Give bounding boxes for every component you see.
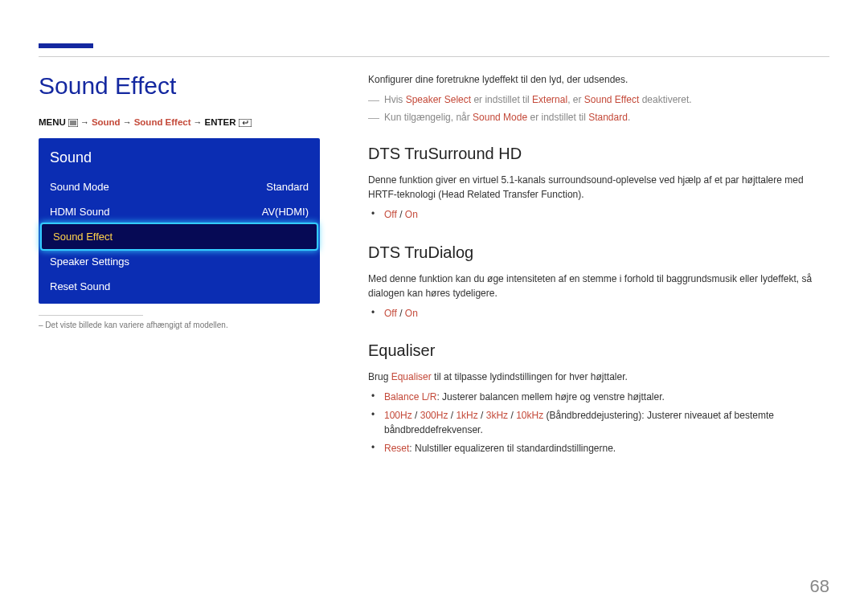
crumb-menu: MENU xyxy=(39,117,66,127)
trudialog-body: Med denne funktion kan du øge intensitet… xyxy=(368,272,829,301)
breadcrumb: MENU → Sound → Sound Effect → ENTER xyxy=(39,117,320,127)
menu-icon xyxy=(68,117,78,126)
trudialog-options: Off / On xyxy=(381,304,829,323)
section-heading-trudialog: DTS TruDialog xyxy=(368,240,829,265)
enter-icon xyxy=(239,117,252,126)
menu-item[interactable]: Reset Sound xyxy=(39,274,320,299)
crumb-sound-effect: Sound Effect xyxy=(134,117,191,127)
equaliser-reset: Reset: Nulstiller equalizeren til standa… xyxy=(381,439,829,458)
footnote: – Det viste billede kan variere afhængig… xyxy=(39,321,320,329)
menu-title: Sound xyxy=(39,145,320,174)
menu-item[interactable]: HDMI SoundAV(HDMI) xyxy=(39,199,320,224)
menu-item-label: Reset Sound xyxy=(50,280,110,292)
menu-item[interactable]: Speaker Settings xyxy=(39,249,320,274)
page-title: Sound Effect xyxy=(39,72,320,100)
trusurround-body: Denne funktion giver en virtuel 5.1-kana… xyxy=(368,173,829,202)
menu-item-label: Sound Mode xyxy=(50,181,109,193)
intro-text: Konfigurer dine foretrukne lydeffekt til… xyxy=(368,72,829,88)
footnote-rule xyxy=(39,315,143,316)
equaliser-balance: Balance L/R: Justerer balancen mellem hø… xyxy=(381,388,829,407)
menu-item-label: Sound Effect xyxy=(53,231,113,243)
arrow-icon: → xyxy=(80,117,89,127)
note-sound-mode: Kun tilgængelig, når Sound Mode er indst… xyxy=(368,110,829,125)
left-column: Sound Effect MENU → Sound → Sound Effect… xyxy=(39,72,320,591)
crumb-enter: ENTER xyxy=(205,117,236,127)
arrow-icon: → xyxy=(194,117,203,127)
arrow-icon: → xyxy=(123,117,132,127)
equaliser-bands: 100Hz / 300Hz / 1kHz / 3kHz / 10kHz (Bån… xyxy=(381,407,829,439)
menu-item[interactable]: Sound Effect xyxy=(42,224,317,249)
menu-item-value: AV(HDMI) xyxy=(262,206,309,218)
footnote-text: Det viste billede kan variere afhængigt … xyxy=(45,321,227,329)
menu-item-value: Standard xyxy=(266,181,309,193)
menu-item-label: Speaker Settings xyxy=(50,255,129,268)
sound-menu-panel: Sound Sound ModeStandardHDMI SoundAV(HDM… xyxy=(39,138,320,304)
note-speaker-select: Hvis Speaker Select er indstillet til Ex… xyxy=(368,92,829,108)
trusurround-options: Off / On xyxy=(381,206,829,224)
crumb-sound: Sound xyxy=(92,117,121,127)
menu-item[interactable]: Sound ModeStandard xyxy=(39,174,320,199)
right-column: Konfigurer dine foretrukne lydeffekt til… xyxy=(368,72,829,591)
section-heading-equaliser: Equaliser xyxy=(368,338,829,363)
section-heading-trusurround: DTS TruSurround HD xyxy=(368,141,829,166)
menu-item-label: HDMI Sound xyxy=(50,206,109,218)
page-number: 68 xyxy=(810,576,829,597)
equaliser-lead: Brug Equaliser til at tilpasse lydindsti… xyxy=(368,370,829,385)
horizontal-rule xyxy=(39,56,829,57)
section-bar xyxy=(39,43,93,48)
